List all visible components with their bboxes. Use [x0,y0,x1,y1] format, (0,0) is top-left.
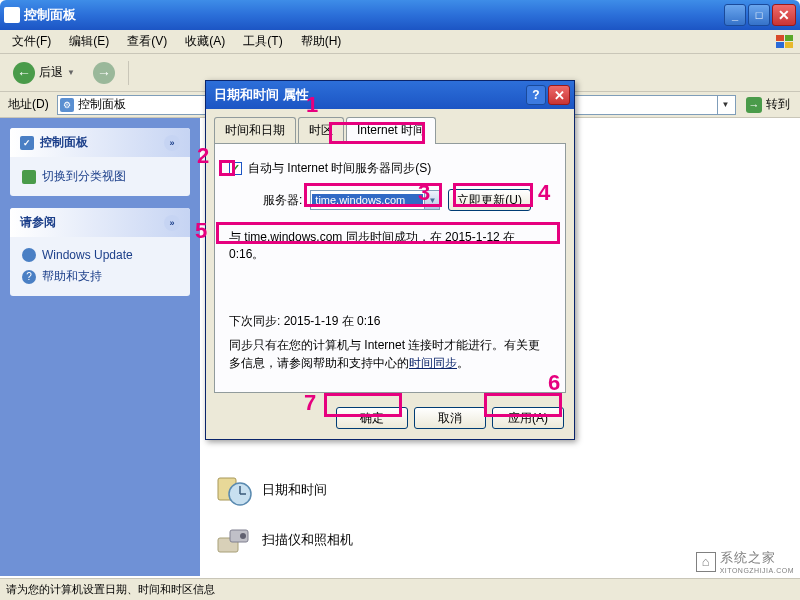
auto-sync-label: 自动与 Internet 时间服务器同步(S) [248,160,431,177]
sync-status-text: 与 time.windows.com 同步时间成功，在 2015-1-12 在 … [229,229,551,263]
dialog-close-button[interactable]: ✕ [548,85,570,105]
tab-strip: 时间和日期 时区 Internet 时间 [206,109,574,143]
menu-favorites[interactable]: 收藏(A) [177,31,233,52]
svg-rect-3 [785,42,793,48]
status-text: 请为您的计算机设置日期、时间和时区信息 [6,582,215,597]
ok-button[interactable]: 确定 [336,407,408,429]
close-button[interactable]: ✕ [772,4,796,26]
go-label: 转到 [766,96,790,113]
svg-rect-1 [785,35,793,41]
back-button[interactable]: ← 后退 ▼ [6,58,82,88]
address-dropdown-icon[interactable]: ▼ [717,96,733,114]
dialog-buttons: 确定 取消 应用(A) [206,401,574,439]
auto-sync-checkbox[interactable]: ✓ [229,162,242,175]
time-sync-link[interactable]: 时间同步 [409,356,457,370]
back-arrow-icon: ← [13,62,35,84]
server-row: 服务器: time.windows.com ▼ 立即更新(U) [263,189,551,211]
house-icon: ⌂ [696,552,716,572]
menu-tools[interactable]: 工具(T) [235,31,290,52]
help-support-link[interactable]: ? 帮助和支持 [22,265,178,288]
svg-rect-0 [776,35,784,41]
datetime-icon [216,472,252,508]
help-icon: ? [22,270,36,284]
tab-timezone[interactable]: 时区 [298,117,344,143]
server-label: 服务器: [263,192,302,209]
dialog-title: 日期和时间 属性 [210,86,526,104]
tab-internet-time[interactable]: Internet 时间 [346,117,436,144]
control-panel-icon: ⚙ [60,98,74,112]
switch-view-link[interactable]: 切换到分类视图 [22,165,178,188]
auto-sync-row: ✓ 自动与 Internet 时间服务器同步(S) [229,160,551,177]
separator [128,61,129,85]
cp-item-label: 日期和时间 [262,481,327,499]
maximize-button[interactable]: □ [748,4,770,26]
cp-item-datetime[interactable]: 日期和时间 [216,472,784,508]
minimize-button[interactable]: _ [724,4,746,26]
chevron-icon: » [164,215,180,231]
forward-button[interactable]: → [86,58,122,88]
window-title: 控制面板 [24,6,724,24]
dialog-help-button[interactable]: ? [526,85,546,105]
sidebar-panel-seealso: 请参阅 » Windows Update ? 帮助和支持 [10,208,190,296]
sync-note: 同步只有在您的计算机与 Internet 连接时才能进行。有关更多信息，请参阅帮… [229,336,551,372]
sidebar-panel-control: ✓ 控制面板 » 切换到分类视图 [10,128,190,196]
watermark: ⌂ 系统之家 XITONGZHIJIA.COM [696,549,794,574]
svg-rect-2 [776,42,784,48]
switch-icon [22,170,36,184]
panel-title: 控制面板 [40,134,88,151]
server-value: time.windows.com [312,194,423,206]
menu-edit[interactable]: 编辑(E) [61,31,117,52]
sidebar-header[interactable]: ✓ 控制面板 » [10,128,190,157]
update-now-button[interactable]: 立即更新(U) [448,189,531,211]
apply-button[interactable]: 应用(A) [492,407,564,429]
menu-help[interactable]: 帮助(H) [293,31,350,52]
tab-datetime[interactable]: 时间和日期 [214,117,296,143]
statusbar: 请为您的计算机设置日期、时间和时区信息 [0,578,800,600]
menubar: 文件(F) 编辑(E) 查看(V) 收藏(A) 工具(T) 帮助(H) [0,30,800,54]
cp-item-label: 扫描仪和照相机 [262,531,353,549]
datetime-properties-dialog: 日期和时间 属性 ? ✕ 时间和日期 时区 Internet 时间 ✓ 自动与 … [205,80,575,440]
panel-title: 请参阅 [20,214,56,231]
address-label: 地址(D) [4,96,53,113]
menu-file[interactable]: 文件(F) [4,31,59,52]
windows-update-link[interactable]: Windows Update [22,245,178,265]
cancel-button[interactable]: 取消 [414,407,486,429]
dialog-titlebar: 日期和时间 属性 ? ✕ [206,81,574,109]
combobox-dropdown-icon[interactable]: ▼ [424,191,439,209]
sidebar-header[interactable]: 请参阅 » [10,208,190,237]
tab-panel-internet-time: ✓ 自动与 Internet 时间服务器同步(S) 服务器: time.wind… [214,143,566,393]
titlebar: 控制面板 _ □ ✕ [0,0,800,30]
server-combobox[interactable]: time.windows.com ▼ [310,190,440,210]
sidebar: ✓ 控制面板 » 切换到分类视图 请参阅 » [0,118,200,576]
chevron-icon: » [164,135,180,151]
go-button[interactable]: → 转到 [740,94,796,115]
next-sync-text: 下次同步: 2015-1-19 在 0:16 [229,313,551,330]
app-icon [4,7,20,23]
menu-view[interactable]: 查看(V) [119,31,175,52]
windows-logo-icon [774,33,796,51]
scanner-camera-icon [216,522,252,558]
go-arrow-icon: → [746,97,762,113]
back-label: 后退 [39,64,63,81]
globe-icon [22,248,36,262]
svg-point-10 [240,533,246,539]
checkmark-icon: ✓ [20,136,34,150]
forward-arrow-icon: → [93,62,115,84]
